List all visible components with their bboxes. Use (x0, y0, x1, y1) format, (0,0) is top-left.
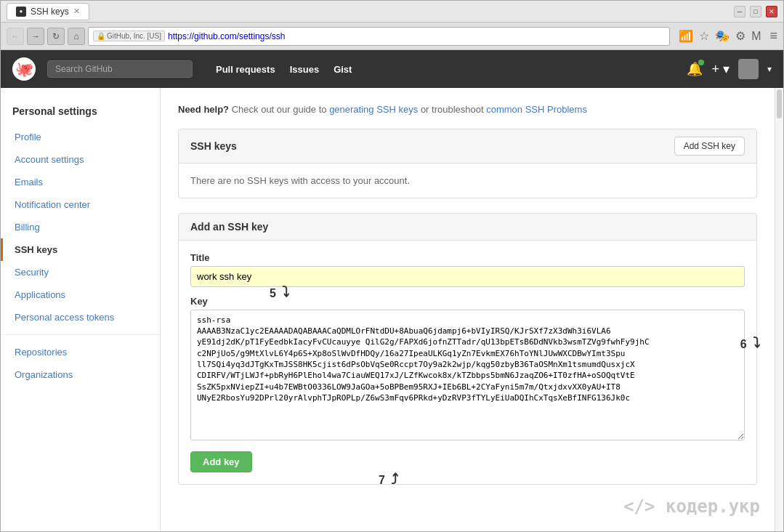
user-avatar[interactable] (738, 59, 759, 79)
ssh-keys-section-header: SSH keys Add SSH key (179, 129, 756, 164)
generating-ssh-keys-link[interactable]: generating SSH keys (329, 104, 418, 115)
refresh-button[interactable]: ↻ (47, 28, 65, 45)
sidebar-item-applications[interactable]: Applications (1, 283, 160, 306)
extensions-icon: 🎭 (715, 29, 730, 43)
gist-link[interactable]: Gist (334, 64, 352, 75)
sidebar-item-billing[interactable]: Billing (1, 216, 160, 238)
github-nav-links: Pull requests Issues Gist (216, 64, 352, 75)
pull-requests-link[interactable]: Pull requests (216, 64, 275, 75)
annotation-7: 7 ⤴ (379, 471, 398, 488)
ssl-badge: 🔒 GitHub, Inc. [US] (93, 31, 165, 41)
help-text: Need help? Check out our guide to genera… (178, 102, 757, 117)
tab-favicon: ● (16, 7, 26, 17)
annotation-6: 6 ⤵ (740, 335, 760, 352)
sidebar-item-organizations[interactable]: Organizations (1, 363, 160, 386)
add-ssh-key-form: Add an SSH key Title Key ssh-rsa AAAAB3N… (178, 213, 757, 485)
add-ssh-key-button[interactable]: Add SSH key (674, 137, 745, 156)
add-ssh-key-body: Title Key ssh-rsa AAAAB3NzaC1yc2EAAAADAQ… (179, 241, 756, 484)
page-layout: Personal settings Profile Account settin… (1, 88, 783, 531)
bookmark-icon[interactable]: ☆ (699, 29, 709, 43)
browser-nav: ← → ↻ ⌂ 🔒 GitHub, Inc. [US] https://gith… (1, 23, 783, 50)
key-textarea[interactable]: ssh-rsa AAAAB3NzaC1yc2EAAAADAQABAAACaQDM… (190, 310, 745, 440)
sidebar-header: Personal settings (1, 100, 160, 126)
lock-icon: 🔒 (97, 32, 105, 40)
new-item-button[interactable]: + ▾ (711, 61, 730, 77)
github-header-right: 🔔 + ▾ ▾ (687, 59, 772, 79)
search-input[interactable] (47, 60, 193, 78)
issues-link[interactable]: Issues (290, 64, 319, 75)
address-url: https://github.com/settings/ssh (168, 31, 665, 41)
user-menu-arrow[interactable]: ▾ (767, 64, 772, 74)
sidebar-item-personal-access-tokens[interactable]: Personal access tokens (1, 306, 160, 329)
close-button[interactable]: ✕ (766, 6, 777, 17)
tab-title: SSH keys (31, 7, 69, 17)
ssh-keys-section: SSH keys Add SSH key There are no SSH ke… (178, 129, 757, 198)
sidebar-item-repositories[interactable]: Repositories (1, 341, 160, 363)
watermark: </> кодер.укр (623, 496, 760, 517)
title-label: Title (190, 252, 745, 263)
sidebar-item-emails[interactable]: Emails (1, 171, 160, 193)
ssh-keys-empty-message: There are no SSH keys with access to you… (179, 164, 756, 198)
ssh-keys-title: SSH keys (190, 140, 237, 152)
home-button[interactable]: ⌂ (68, 28, 85, 45)
annotation-5: 5 ⤵ (270, 284, 289, 301)
add-ssh-key-header: Add an SSH key (179, 214, 756, 241)
rss-icon: 📶 (679, 29, 693, 43)
main-content: Need help? Check out our guide to genera… (161, 88, 775, 531)
github-logo[interactable]: 🐙 (12, 57, 36, 81)
sidebar-item-account-settings[interactable]: Account settings (1, 148, 160, 171)
gmail-icon: M (751, 30, 761, 43)
close-tab-button[interactable]: ✕ (73, 7, 80, 16)
github-header: 🐙 Pull requests Issues Gist 🔔 + ▾ ▾ (1, 50, 783, 88)
sidebar-item-profile[interactable]: Profile (1, 126, 160, 148)
sidebar-item-notification-center[interactable]: Notification center (1, 193, 160, 216)
common-ssh-problems-link[interactable]: common SSH Problems (486, 104, 587, 115)
add-key-button[interactable]: Add key (190, 451, 252, 472)
sidebar-item-ssh-keys[interactable]: SSH keys (1, 238, 160, 261)
maximize-button[interactable]: □ (750, 6, 761, 17)
minimize-button[interactable]: ─ (734, 6, 745, 17)
browser-nav-icons: 📶 ☆ 🎭 ⚙ M (673, 29, 767, 43)
notification-dot (698, 60, 704, 65)
browser-tab: ● SSH keys ✕ (7, 3, 89, 20)
add-ssh-key-title: Add an SSH key (190, 221, 268, 233)
sidebar: Personal settings Profile Account settin… (1, 88, 161, 531)
browser-titlebar: ● SSH keys ✕ ─ □ ✕ (1, 1, 783, 23)
back-button[interactable]: ← (7, 28, 24, 45)
address-bar[interactable]: 🔒 GitHub, Inc. [US] https://github.com/s… (88, 27, 670, 46)
settings-icon[interactable]: ⚙ (735, 29, 745, 43)
title-form-group: Title (190, 252, 745, 287)
scrollbar-thumb[interactable] (777, 89, 782, 118)
sidebar-item-security[interactable]: Security (1, 261, 160, 283)
key-form-group: Key ssh-rsa AAAAB3NzaC1yc2EAAAADAQABAAAC… (190, 296, 745, 443)
notifications-bell[interactable]: 🔔 (687, 61, 703, 77)
scrollbar[interactable] (775, 88, 783, 531)
octocat-icon: 🐙 (15, 60, 33, 78)
forward-button[interactable]: → (27, 28, 44, 45)
sidebar-divider (1, 334, 160, 335)
browser-menu-button[interactable]: ≡ (769, 28, 777, 44)
